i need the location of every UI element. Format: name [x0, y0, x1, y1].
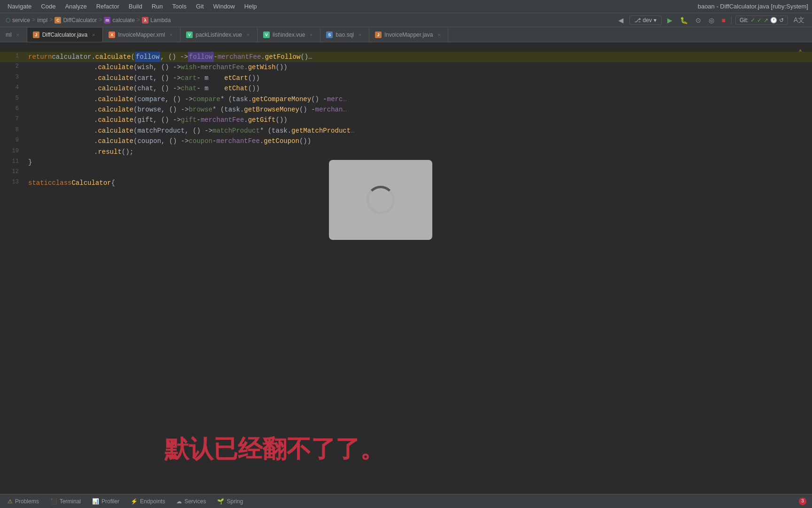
- code-line-7: 7 . calculate (gift, () -> gift - mercha…: [0, 115, 812, 125]
- breadcrumb-sep4: >: [137, 17, 140, 24]
- code-line-3: 3 . calculate (cart, () -> cart - m erch…: [0, 73, 812, 83]
- line-num-10: 10: [0, 147, 23, 156]
- spring-icon: 🌱: [217, 498, 224, 505]
- tab-packlist[interactable]: V packList\index.vue ×: [180, 28, 258, 42]
- main-layout: Navigate Code Analyze Refactor Build Run…: [0, 0, 812, 508]
- error-section: 3: [799, 498, 806, 505]
- tab-vue-icon2: V: [263, 32, 270, 38]
- editor-wrapper: ⚠ 1 return calculator. calculate ( follo…: [0, 42, 812, 494]
- tab-list[interactable]: V list\index.vue ×: [258, 28, 320, 42]
- spring-panel[interactable]: 🌱 Spring: [215, 497, 245, 506]
- menu-build[interactable]: Build: [125, 2, 146, 11]
- menu-run[interactable]: Run: [148, 2, 167, 11]
- bottom-bar: ⚠ Problems ⬛ Terminal 📊 Profiler ⚡ Endpo…: [0, 494, 812, 508]
- branch-selector[interactable]: ⎇ dev ▾: [629, 16, 661, 25]
- tab-java-icon2: J: [375, 32, 382, 38]
- follow-highlight1: follow: [135, 52, 160, 62]
- tab-ml-label: ml: [6, 32, 12, 38]
- tab-invoicemapper-java-close[interactable]: ×: [436, 32, 442, 38]
- breadcrumb-impl[interactable]: impl: [37, 17, 47, 24]
- line-num-blank: 12: [0, 167, 23, 176]
- code-line-4: 4 . calculate (chat, () -> chat - m erch…: [0, 83, 812, 94]
- terminal-panel[interactable]: ⬛ Terminal: [48, 497, 83, 506]
- code-line-10: 10 . result ();: [0, 147, 812, 157]
- tab-list-close[interactable]: ×: [308, 32, 314, 38]
- menu-window[interactable]: Window: [210, 2, 239, 11]
- services-icon: ☁: [176, 498, 182, 505]
- terminal-icon: ⬛: [50, 498, 57, 505]
- method-icon: m: [104, 17, 110, 24]
- endpoints-panel[interactable]: ⚡ Endpoints: [129, 497, 167, 506]
- tab-diffcalculator-label: DiffCalculator.java: [42, 32, 88, 38]
- line-num-7: 7: [0, 115, 23, 124]
- tab-list-label: list\index.vue: [273, 32, 305, 38]
- tab-sql-close[interactable]: ×: [357, 32, 363, 38]
- git-button[interactable]: Git: ✓ ✓ ↗ 🕐 ↺: [735, 16, 788, 25]
- tab-bar: ml × J DiffCalculator.java × X InvoiceMa…: [0, 27, 812, 42]
- menu-tools[interactable]: Tools: [169, 2, 190, 11]
- menu-git[interactable]: Git: [192, 2, 208, 11]
- tab-diffcalculator-close[interactable]: ×: [90, 32, 97, 38]
- loading-spinner: [367, 186, 395, 214]
- breadcrumb-lambda[interactable]: λ Lambda: [142, 17, 171, 24]
- code-line-8: 8 . calculate (matchProduct, () -> match…: [0, 126, 812, 136]
- lambda-icon: λ: [142, 17, 148, 24]
- coverage-button[interactable]: ⊙: [694, 16, 703, 25]
- code-line-2: 2 . calculate (wish, () -> wish - mercha…: [0, 62, 812, 72]
- back-button[interactable]: ◀: [617, 16, 625, 25]
- tab-invoicemapper-java[interactable]: J InvoiceMapper.java ×: [369, 28, 448, 42]
- tab-ml[interactable]: ml ×: [0, 28, 27, 42]
- code-line-1: 1 return calculator. calculate ( follow …: [0, 52, 812, 62]
- run-button[interactable]: ▶: [665, 16, 674, 25]
- line-num-1: 1: [0, 52, 23, 61]
- tab-sql[interactable]: S bao.sql ×: [320, 28, 369, 42]
- tab-invoicemapper-xml-close[interactable]: ×: [168, 32, 174, 38]
- profile-button[interactable]: ◎: [707, 16, 716, 25]
- endpoints-icon: ⚡: [131, 498, 138, 505]
- git-history-icon: 🕐: [770, 17, 777, 24]
- services-panel[interactable]: ☁ Services: [174, 497, 208, 506]
- debug-button[interactable]: 🐛: [678, 16, 690, 25]
- menu-refactor[interactable]: Refactor: [93, 2, 123, 11]
- tab-sql-icon: S: [326, 32, 333, 38]
- class-icon: C: [55, 17, 61, 24]
- menu-navigate[interactable]: Navigate: [4, 2, 35, 11]
- breadcrumb-toolbar: ◀ ⎇ dev ▾ ▶ 🐛 ⊙ ◎ ■ Git: ✓ ✓ ↗ 🕐 ↺ A文: [617, 15, 806, 25]
- tab-sql-label: bao.sql: [336, 32, 354, 38]
- breadcrumb-class[interactable]: C DiffCalculator: [55, 17, 97, 24]
- line-num-2: 2: [0, 62, 23, 71]
- tab-diffcalculator[interactable]: J DiffCalculator.java ×: [27, 28, 103, 42]
- menu-help[interactable]: Help: [241, 2, 261, 11]
- breadcrumb-service[interactable]: ⬡ service: [6, 17, 30, 24]
- tab-packlist-close[interactable]: ×: [245, 32, 251, 38]
- menu-code[interactable]: Code: [37, 2, 59, 11]
- breadcrumb-sep3: >: [99, 17, 102, 24]
- problems-icon: ⚠: [8, 498, 13, 505]
- line-num-9: 9: [0, 136, 23, 145]
- stop-button[interactable]: ■: [720, 16, 727, 25]
- code-line-9: 9 . calculate (coupon, () -> coupon - me…: [0, 136, 812, 146]
- tab-invoicemapper-xml[interactable]: X InvoiceMapper.xml ×: [103, 28, 180, 42]
- profiler-panel[interactable]: 📊 Profiler: [90, 497, 121, 506]
- tab-invoicemapper-xml-label: InvoiceMapper.xml: [118, 32, 165, 38]
- window-title: baoan - DiffCalculator.java [ruby:System…: [698, 3, 808, 10]
- line-num-3: 3: [0, 73, 23, 82]
- tab-invoicemapper-java-label: InvoiceMapper.java: [384, 32, 433, 38]
- line-num-brace: 11: [0, 157, 23, 166]
- breadcrumb-method[interactable]: m calculate: [104, 17, 134, 24]
- tab-java-icon: J: [33, 32, 39, 38]
- toolbar-divider: [731, 16, 732, 24]
- branch-icon: ⎇: [634, 17, 641, 24]
- line-num-8: 8: [0, 126, 23, 135]
- error-badge: 3: [799, 498, 806, 505]
- git-check-icon: ✓: [750, 17, 755, 24]
- menu-analyze[interactable]: Analyze: [61, 2, 90, 11]
- branch-dropdown-icon: ▾: [654, 17, 656, 24]
- chinese-overlay: 默认已经翻不了了。: [164, 433, 384, 466]
- translate-button[interactable]: A文: [792, 15, 806, 25]
- tab-xml-icon: X: [109, 32, 115, 38]
- problems-panel[interactable]: ⚠ Problems: [6, 497, 41, 506]
- tab-ml-close[interactable]: ×: [15, 32, 21, 38]
- spinner-overlay: [329, 160, 432, 240]
- breadcrumb-sep1: >: [32, 17, 35, 24]
